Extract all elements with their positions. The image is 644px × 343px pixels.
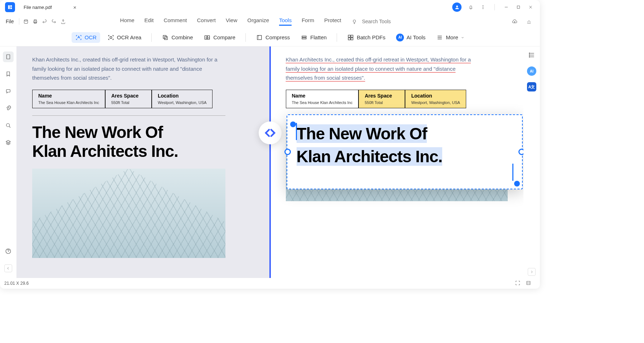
split-divider[interactable]: [269, 46, 271, 278]
svg-rect-31: [6, 90, 10, 93]
comments-icon[interactable]: [3, 86, 14, 96]
ocr-button[interactable]: OCR: [72, 32, 100, 43]
menu-tab-tools[interactable]: Tools: [279, 17, 292, 26]
split-handle-icon[interactable]: [259, 121, 282, 144]
collapse-ribbon-icon[interactable]: [524, 17, 533, 26]
close-window-button[interactable]: [528, 4, 533, 10]
file-menu-button[interactable]: File: [3, 17, 17, 26]
divider: [19, 18, 19, 25]
menu-tab-protect[interactable]: Protect: [324, 17, 341, 26]
svg-point-1: [483, 5, 483, 6]
thumbnails-icon[interactable]: [3, 51, 14, 62]
menu-tab-edit[interactable]: Edit: [145, 17, 154, 26]
properties-icon[interactable]: [528, 51, 535, 60]
selection-caret-start[interactable]: [296, 123, 297, 140]
title-bar: File name.pdf ×: [0, 0, 540, 14]
layers-icon[interactable]: [3, 137, 14, 148]
document-tab[interactable]: File name.pdf ×: [18, 1, 82, 13]
help-icon[interactable]: [3, 246, 14, 257]
ai-assistant-icon[interactable]: AI: [527, 66, 536, 76]
batch-pdfs-button[interactable]: Batch PDFs: [343, 32, 389, 43]
svg-text:S: S: [208, 36, 210, 39]
svg-rect-21: [302, 36, 306, 37]
kebab-menu-icon[interactable]: [480, 4, 486, 10]
compress-button[interactable]: Compress: [252, 32, 293, 43]
main-menu-tabs: Home Edit Comment Convert View Organize …: [120, 17, 341, 26]
document-title: The New Work OfKlan Architects Inc.: [32, 123, 254, 161]
svg-rect-24: [351, 35, 353, 37]
menu-tab-comment[interactable]: Comment: [164, 17, 187, 26]
svg-rect-15: [165, 36, 167, 39]
menu-tab-view[interactable]: View: [226, 17, 237, 26]
svg-point-37: [529, 56, 530, 58]
svg-text:V: V: [205, 36, 207, 39]
collapse-left-panel-icon[interactable]: [4, 264, 12, 272]
svg-point-35: [529, 53, 530, 54]
save-icon[interactable]: [21, 17, 31, 26]
svg-point-2: [483, 7, 483, 7]
translate-icon[interactable]: A文: [527, 82, 536, 91]
view-mode-icon[interactable]: [526, 280, 531, 287]
menu-tab-convert[interactable]: Convert: [197, 17, 216, 26]
svg-rect-23: [348, 35, 351, 37]
building-image: [32, 169, 225, 258]
flatten-button[interactable]: Flatten: [297, 32, 330, 43]
ocr-result-pane: Khan Architects Inc., created this off-g…: [270, 46, 524, 278]
selection-handle-mr[interactable]: [518, 149, 524, 155]
left-sidebar: [0, 46, 16, 278]
intro-paragraph-ocr[interactable]: Khan Architects Inc., created this off-g…: [286, 55, 479, 83]
cloud-upload-icon[interactable]: [510, 17, 519, 26]
minimize-button[interactable]: [503, 4, 509, 10]
lightbulb-icon: [350, 17, 359, 26]
attachments-icon[interactable]: [3, 103, 14, 114]
search-tools: [350, 17, 405, 26]
selected-text-line1[interactable]: The New Work Of: [297, 124, 427, 143]
app-logo-icon: [5, 2, 15, 12]
svg-rect-20: [257, 35, 262, 40]
user-avatar-icon[interactable]: [452, 3, 462, 12]
document-compare-view: Khan Architects Inc., created this off-g…: [16, 46, 523, 278]
combine-button[interactable]: Combine: [158, 32, 196, 43]
text-selection-box[interactable]: The New Work Of Klan Architects Inc.: [287, 114, 523, 189]
print-icon[interactable]: [31, 17, 40, 26]
customize-toolbar-icon[interactable]: [68, 17, 77, 26]
svg-point-36: [529, 55, 530, 56]
bookmarks-icon[interactable]: [3, 69, 14, 79]
search-icon[interactable]: [3, 120, 14, 131]
menu-tab-home[interactable]: Home: [120, 17, 135, 26]
divider: [494, 4, 495, 10]
divider: [151, 33, 152, 42]
selection-handle-br[interactable]: [514, 181, 520, 187]
selection-handle-tl[interactable]: [290, 121, 296, 127]
compare-button[interactable]: VSCompare: [200, 32, 239, 43]
maximize-button[interactable]: [516, 4, 521, 10]
ocr-area-button[interactable]: OCR Area: [104, 32, 145, 43]
selection-handle-ml[interactable]: [284, 149, 291, 155]
title-bar-right: [452, 3, 538, 12]
fit-page-icon[interactable]: [515, 280, 521, 287]
topbar-right: [510, 17, 537, 26]
divider: [245, 33, 246, 42]
selected-text-line2[interactable]: Klan Architects Inc.: [297, 147, 443, 166]
right-sidebar: AI A文: [523, 46, 540, 91]
menu-tab-organize[interactable]: Organize: [247, 17, 269, 26]
svg-point-12: [353, 20, 356, 22]
redo-icon[interactable]: [49, 17, 59, 26]
menu-tab-form[interactable]: Form: [302, 17, 314, 26]
quick-toolbar: File Home Edit Comment Convert View Orga…: [0, 14, 540, 29]
share-icon[interactable]: [59, 17, 68, 26]
undo-icon[interactable]: [40, 17, 49, 26]
svg-rect-26: [351, 38, 353, 40]
divider: [32, 115, 225, 116]
svg-line-33: [9, 126, 10, 128]
svg-rect-10: [34, 19, 36, 21]
ai-tools-button[interactable]: AIAI Tools: [392, 32, 429, 43]
selection-caret-end[interactable]: [512, 164, 513, 181]
notifications-icon[interactable]: [468, 4, 474, 10]
collapse-right-panel-icon[interactable]: [528, 268, 536, 276]
search-tools-input[interactable]: [362, 19, 405, 24]
more-button[interactable]: More: [433, 32, 468, 43]
close-tab-icon[interactable]: ×: [73, 4, 77, 10]
tools-ribbon: OCR OCR Area Combine VSCompare Compress …: [0, 29, 540, 46]
intro-paragraph: Khan Architects Inc., created this off-g…: [32, 55, 225, 83]
